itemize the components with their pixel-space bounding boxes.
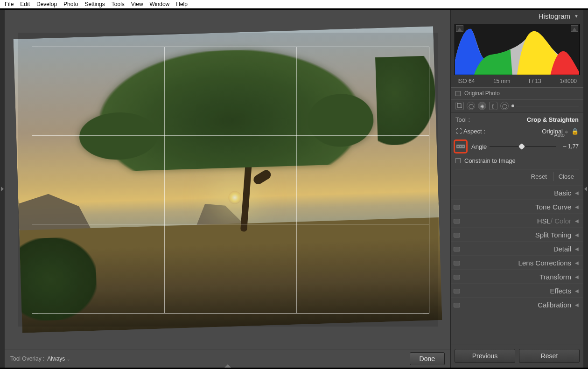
crop-frame-icon: ⛶	[455, 128, 462, 135]
panel-detail[interactable]: Detail◀	[451, 242, 583, 256]
tool-name: Crop & Straighten	[527, 116, 579, 123]
crop-handle-bl[interactable]	[32, 307, 38, 313]
angle-label: Angle	[471, 143, 487, 150]
reset-button[interactable]: Reset	[519, 349, 580, 363]
svg-marker-1	[572, 28, 577, 31]
shadow-clip-indicator[interactable]	[456, 25, 463, 32]
radial-tool-icon[interactable]: ◯	[500, 102, 509, 110]
exif-info: ISO 64 15 mm f / 13 1/8000	[451, 77, 583, 87]
chevron-left-icon: ◀	[575, 288, 579, 293]
menu-window[interactable]: Window	[147, 1, 173, 7]
crop-handle-tl[interactable]	[32, 47, 38, 53]
exif-shutter: 1/8000	[560, 78, 577, 84]
menu-settings[interactable]: Settings	[82, 1, 107, 7]
aspect-label: ⛶ Aspect :	[455, 128, 485, 135]
spot-tool-icon[interactable]: ◯	[467, 102, 475, 110]
chevron-left-icon: ◀	[575, 232, 579, 237]
tool-overlay-label: Tool Overlay :	[10, 355, 44, 362]
redeye-tool-icon[interactable]: ◉	[478, 102, 486, 110]
brush-tool-icon[interactable]	[511, 102, 579, 110]
menu-photo[interactable]: Photo	[61, 1, 81, 7]
crop-panel: Tool : Crop & Straighten ⛶ Aspect : Orig…	[451, 112, 583, 186]
tool-label: Tool :	[455, 116, 470, 123]
menu-bar[interactable]: FileEditDevelopPhotoSettingsToolsViewWin…	[0, 0, 588, 8]
main-area: Tool Overlay : Always≑ Done	[5, 10, 450, 368]
angle-auto-button[interactable]: Auto	[554, 132, 565, 138]
svg-marker-0	[457, 28, 462, 31]
chevron-left-icon: ◀	[575, 246, 579, 251]
right-panel-toggle[interactable]	[583, 10, 588, 368]
crop-close-button[interactable]: Close	[553, 172, 579, 181]
histogram-label[interactable]: Histogram	[539, 12, 570, 20]
canvas-area[interactable]	[5, 10, 450, 349]
tool-strip: ◯ ◉ ▯ ◯	[451, 99, 583, 112]
exif-iso: ISO 64	[457, 78, 475, 84]
panel-switch-lens-corrections[interactable]	[454, 261, 460, 265]
chevron-left-icon: ◀	[575, 218, 579, 223]
menu-help[interactable]: Help	[173, 1, 190, 7]
angle-value[interactable]: – 1,77	[559, 143, 579, 150]
done-button[interactable]: Done	[410, 352, 445, 365]
panel-tone-curve[interactable]: Tone Curve◀	[451, 200, 583, 214]
gradient-tool-icon[interactable]: ▯	[489, 102, 497, 110]
panel-basic[interactable]: Basic◀	[451, 186, 583, 200]
crop-handle-br[interactable]	[423, 307, 429, 313]
exif-focal: 15 mm	[493, 78, 511, 84]
panel-switch-tone-curve[interactable]	[454, 205, 460, 209]
chevron-left-icon: ◀	[575, 274, 579, 279]
chevron-left-icon: ◀	[575, 204, 579, 209]
menu-tools[interactable]: Tools	[109, 1, 127, 7]
panel-switch-effects[interactable]	[454, 289, 460, 293]
right-sidebar: Histogram ▼ ISO 64	[450, 10, 583, 368]
original-photo-label: Original Photo	[464, 90, 500, 97]
panel-lens-corrections[interactable]: Lens Corrections◀	[451, 256, 583, 270]
crop-tool-icon[interactable]	[455, 102, 464, 110]
previous-button[interactable]: Previous	[455, 349, 515, 363]
ruler-icon	[456, 145, 465, 148]
panel-hsl[interactable]: HSL / Color◀	[451, 214, 583, 228]
panel-switch-transform[interactable]	[454, 275, 460, 279]
left-panel-toggle[interactable]	[0, 10, 5, 368]
panel-effects[interactable]: Effects◀	[451, 284, 583, 298]
panel-switch-calibration[interactable]	[454, 303, 460, 307]
panel-split-toning[interactable]: Split Toning◀	[451, 228, 583, 242]
panel-switch-hsl[interactable]	[454, 219, 460, 223]
highlight-clip-indicator[interactable]	[571, 25, 578, 32]
menu-edit[interactable]: Edit	[17, 1, 33, 7]
photo-canvas[interactable]	[18, 33, 438, 327]
filmstrip-toggle[interactable]	[224, 364, 231, 368]
aspect-lock-icon[interactable]: 🔒	[571, 128, 579, 135]
straighten-tool-icon[interactable]	[454, 139, 468, 153]
original-photo-checkbox[interactable]	[455, 91, 461, 96]
constrain-label: Constrain to Image	[464, 157, 516, 164]
histogram-collapse-icon[interactable]: ▼	[574, 14, 579, 19]
svg-rect-2	[457, 104, 461, 107]
chevron-left-icon: ◀	[575, 260, 579, 265]
crop-handle-tr[interactable]	[423, 47, 429, 53]
menu-develop[interactable]: Develop	[34, 1, 60, 7]
panel-accordion: Basic◀Tone Curve◀HSL / Color◀Split Tonin…	[451, 186, 583, 344]
histogram-chart	[455, 24, 579, 75]
chevron-left-icon: ◀	[575, 302, 579, 307]
crop-reset-button[interactable]: Reset	[526, 172, 552, 181]
tool-overlay-select[interactable]: Always≑	[47, 355, 70, 362]
chevron-left-icon: ◀	[575, 190, 579, 195]
constrain-checkbox[interactable]	[455, 158, 461, 163]
app-frame: Tool Overlay : Always≑ Done Histogram ▼	[0, 8, 588, 369]
panel-switch-detail[interactable]	[454, 247, 460, 251]
panel-transform[interactable]: Transform◀	[451, 270, 583, 284]
exif-aperture: f / 13	[529, 78, 541, 84]
panel-calibration[interactable]: Calibration◀	[451, 298, 583, 312]
panel-switch-split-toning[interactable]	[454, 233, 460, 237]
histogram[interactable]	[455, 24, 580, 75]
angle-slider[interactable]	[490, 143, 556, 150]
crop-overlay[interactable]	[32, 47, 429, 313]
menu-view[interactable]: View	[128, 1, 146, 7]
sidebar-bottom-actions: Previous Reset	[451, 344, 583, 368]
menu-file[interactable]: File	[2, 1, 16, 7]
original-photo-toggle[interactable]: Original Photo	[451, 87, 583, 99]
